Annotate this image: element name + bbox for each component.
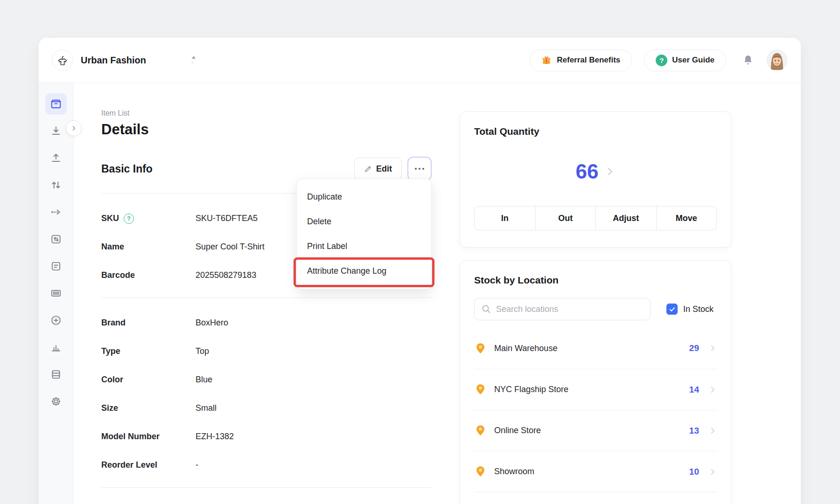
search-locations-input[interactable] xyxy=(474,298,651,320)
location-row-showroom[interactable]: Showroom 10 xyxy=(474,451,717,492)
location-row-main-warehouse[interactable]: Main Warehouse 29 xyxy=(474,328,717,369)
field-label: Color xyxy=(101,375,123,385)
sidebar-item-storage[interactable] xyxy=(45,364,67,385)
total-quantity-value: 66 xyxy=(576,160,599,183)
sidebar-item-documents[interactable] xyxy=(45,255,67,277)
sidebar-item-stock-in[interactable] xyxy=(45,120,67,142)
field-row-model-number: Model Number EZH-1382 xyxy=(101,430,432,443)
bell-icon xyxy=(742,54,754,66)
referral-benefits-button[interactable]: Referral Benefits xyxy=(529,49,632,71)
edit-button-label: Edit xyxy=(376,164,392,174)
location-qty: 13 xyxy=(689,426,699,436)
location-qty: 14 xyxy=(689,385,699,395)
menu-item-duplicate[interactable]: Duplicate xyxy=(297,185,431,209)
total-quantity-link[interactable]: 66 xyxy=(474,137,717,206)
notifications-button[interactable] xyxy=(742,54,754,66)
field-row-brand: Brand BoxHero xyxy=(101,317,432,329)
location-qty: 10 xyxy=(689,467,699,477)
in-stock-label: In Stock xyxy=(683,304,714,314)
breadcrumb[interactable]: Item List xyxy=(101,109,432,117)
document-icon xyxy=(50,260,62,272)
stock-in-button[interactable]: In xyxy=(475,207,535,230)
upload-icon xyxy=(50,152,62,164)
field-value: Blue xyxy=(196,375,212,385)
menu-item-attribute-change-log[interactable]: Attribute Change Log xyxy=(297,259,431,283)
field-label: Size xyxy=(101,403,118,413)
field-label: Brand xyxy=(101,318,126,328)
field-value: Super Cool T-Shirt xyxy=(196,242,265,252)
screen: Urban Fashion Referral Benefits ? User G… xyxy=(0,0,840,504)
field-label: Barcode xyxy=(101,270,135,280)
chevron-right-icon xyxy=(70,125,77,131)
stock-out-button[interactable]: Out xyxy=(535,207,596,230)
swap-vertical-icon xyxy=(50,179,62,191)
gear-icon xyxy=(50,395,62,407)
user-avatar[interactable] xyxy=(766,49,788,71)
field-value: BoxHero xyxy=(196,318,228,328)
field-label: Reorder Level xyxy=(101,460,157,470)
stock-move-button[interactable]: Move xyxy=(656,207,717,230)
location-row-nyc-flagship-store[interactable]: NYC Flagship Store 14 xyxy=(474,369,717,410)
sidebar-nav xyxy=(39,83,74,504)
referral-benefits-label: Referral Benefits xyxy=(557,55,620,65)
fields-group-divider xyxy=(101,297,432,298)
app-window: Urban Fashion Referral Benefits ? User G… xyxy=(39,38,801,504)
menu-item-print-label[interactable]: Print Label xyxy=(297,234,431,259)
more-actions-menu: Duplicate Delete Print Label Attribute C… xyxy=(296,179,432,290)
location-name: Online Store xyxy=(494,426,689,435)
in-stock-filter[interactable]: In Stock xyxy=(666,304,714,315)
stock-adjust-button[interactable]: Adjust xyxy=(595,207,656,230)
field-label: SKU xyxy=(101,214,119,223)
section-title: Basic Info xyxy=(101,163,153,175)
edit-button[interactable]: Edit xyxy=(354,158,402,180)
avatar-image xyxy=(766,49,788,71)
page-title: Details xyxy=(101,121,432,138)
total-quantity-title: Total Quantity xyxy=(474,126,717,137)
location-row-online-store[interactable]: Online Store 13 xyxy=(474,410,717,451)
location-list: Main Warehouse 29 NYC Flagship Store xyxy=(474,328,717,492)
field-label: Model Number xyxy=(101,432,160,442)
tshirt-icon xyxy=(56,54,69,67)
stock-by-location-title: Stock by Location xyxy=(474,275,717,286)
user-guide-label: User Guide xyxy=(672,55,714,65)
more-actions-button[interactable] xyxy=(407,157,432,181)
sidebar-item-analytics[interactable] xyxy=(45,337,67,358)
sku-help-icon[interactable]: ? xyxy=(124,214,134,224)
field-value: EZH-1382 xyxy=(196,432,234,442)
stock-actions-bar: In Out Adjust Move xyxy=(474,206,717,230)
box-arrows-icon xyxy=(50,233,62,245)
sidebar-item-items[interactable] xyxy=(45,93,67,115)
workspace-logo[interactable] xyxy=(52,49,73,71)
checkbox-checked-icon[interactable] xyxy=(666,304,678,315)
location-name: Showroom xyxy=(494,467,689,476)
sidebar-item-move[interactable] xyxy=(45,201,67,223)
menu-item-delete[interactable]: Delete xyxy=(297,209,431,234)
sidebar-item-transactions[interactable] xyxy=(45,228,67,250)
fields-end-divider xyxy=(101,487,432,488)
sidebar-item-barcode[interactable] xyxy=(45,283,67,304)
field-row-size: Size Small xyxy=(101,402,432,414)
sidebar-item-add[interactable] xyxy=(45,310,67,331)
workspace-name: Urban Fashion xyxy=(81,55,146,66)
chevron-right-icon xyxy=(708,468,717,476)
field-value: 2025508279183 xyxy=(196,270,256,280)
plus-circle-icon xyxy=(50,314,62,326)
workspace-switcher-icon[interactable] xyxy=(190,56,197,64)
sidebar-item-stock-out[interactable] xyxy=(45,147,67,169)
sidebar-item-settings[interactable] xyxy=(45,391,67,412)
location-name: Main Warehouse xyxy=(494,344,689,353)
location-qty: 29 xyxy=(689,343,699,353)
package-icon xyxy=(50,98,62,110)
sidebar-item-adjust[interactable] xyxy=(45,174,67,196)
field-label: Name xyxy=(101,242,124,252)
storage-icon xyxy=(50,368,62,380)
move-arrow-icon xyxy=(50,206,62,218)
content-area: Item List Details Basic Info Edit xyxy=(74,83,801,504)
barcode-icon xyxy=(50,287,62,299)
field-value: Small xyxy=(196,403,217,413)
user-guide-button[interactable]: ? User Guide xyxy=(644,49,726,71)
field-row-reorder-level: Reorder Level - xyxy=(101,459,432,471)
field-value: Top xyxy=(196,346,209,356)
chevron-right-icon xyxy=(708,344,717,352)
sidebar-expand-button[interactable] xyxy=(66,120,82,136)
